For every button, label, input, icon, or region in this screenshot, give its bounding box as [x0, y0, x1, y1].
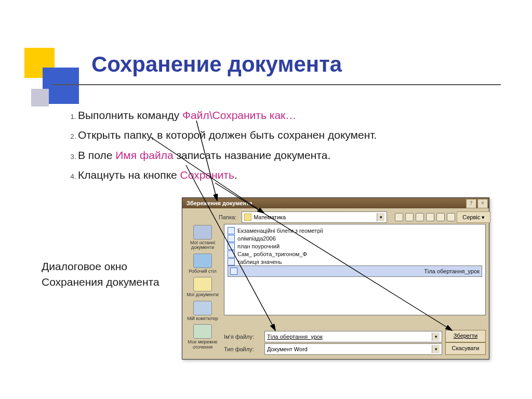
places-recent[interactable]: Мої останні документи [186, 225, 219, 250]
places-mycomputer[interactable]: Мій комп'ютер [186, 301, 219, 321]
network-icon [193, 324, 212, 339]
filename-value: Тіла обертання_урок [267, 334, 323, 340]
step-3: В поле Имя файла записать название докум… [78, 148, 482, 163]
dialog-caption-line2: Сохранения документа [42, 274, 159, 290]
folder-icon [244, 214, 251, 221]
dialog-close-button[interactable]: × [477, 199, 488, 208]
service-menu[interactable]: Сервіс ▾ [457, 211, 490, 223]
recent-icon [193, 225, 212, 240]
list-item[interactable]: таблиця значень [228, 258, 482, 265]
step-1-accent: Файл\Сохранить как… [182, 109, 296, 121]
list-item[interactable]: Екзаменаційні білети з геометрії [228, 227, 482, 234]
save-button[interactable]: Зберегти [445, 330, 486, 342]
word-doc-icon [230, 268, 237, 275]
step-2-pre: Открыть папку, в которой должен быть сох… [78, 129, 377, 141]
word-doc-icon [228, 258, 235, 265]
word-doc-icon [228, 235, 235, 242]
filename-input[interactable]: Тіла обертання_урок▾ [264, 331, 442, 342]
dialog-help-button[interactable]: ? [466, 199, 476, 208]
places-desktop[interactable]: Робочий стіл [186, 254, 219, 274]
save-as-dialog: Збереження документа ? × Папка: Математи… [182, 197, 489, 360]
mydocs-icon [193, 277, 212, 291]
desktop-icon [193, 254, 212, 268]
step-4: Клацнуть на кнопке Сохранить. [78, 168, 482, 182]
step-1-pre: Выполнить команду [78, 109, 182, 121]
new-folder-icon[interactable] [436, 213, 445, 221]
filetype-dropdown[interactable]: Документ Word▾ [264, 343, 442, 355]
word-doc-icon [228, 243, 235, 250]
file-list[interactable]: Екзаменаційні білети з геометрії олімпіа… [224, 224, 486, 315]
step-4-pre: Клацнуть на кнопке [78, 169, 180, 181]
dialog-title-text: Збереження документа [187, 198, 252, 208]
delete-icon[interactable] [426, 213, 434, 221]
dialog-caption: Диалоговое окно Сохранения документа [42, 259, 159, 290]
step-3-accent: Имя файла [115, 149, 173, 161]
computer-icon [193, 301, 212, 315]
filetype-label: Тип файлу: [224, 346, 260, 352]
word-doc-icon [228, 250, 235, 258]
step-3-post: записать название документа. [174, 149, 331, 161]
list-item[interactable]: Тіла обертання_урок [228, 265, 482, 277]
chevron-down-icon: ▾ [432, 345, 440, 353]
word-doc-icon [228, 227, 235, 234]
step-4-accent: Сохранить [180, 169, 234, 181]
folder-label: Папка: [219, 214, 236, 220]
step-2: Открыть папку, в которой должен быть сох… [78, 128, 482, 142]
views-icon[interactable] [447, 213, 455, 221]
list-item[interactable]: план поурочний [228, 242, 482, 250]
step-1: Выполнить команду Файл\Сохранить как… [78, 108, 482, 123]
step-3-pre: В поле [78, 149, 115, 161]
places-mydocs[interactable]: Мої документи [186, 277, 219, 297]
title-underline [52, 84, 501, 85]
places-bar: Мої останні документи Робочий стіл Мої д… [184, 224, 221, 356]
decor-square-grey [31, 89, 49, 107]
up-icon[interactable] [405, 213, 414, 221]
step-4-post: . [234, 169, 237, 181]
list-item[interactable]: олімпіада2006 [228, 234, 482, 242]
places-network[interactable]: Моє мережне оточення [186, 324, 219, 350]
filetype-value: Документ Word [267, 346, 308, 352]
steps-list: Выполнить команду Файл\Сохранить как… От… [46, 108, 482, 182]
dialog-caption-line1: Диалоговое окно [42, 259, 159, 274]
chevron-down-icon: ▾ [377, 213, 384, 221]
back-icon[interactable] [395, 213, 403, 221]
slide-title: Сохранение документа [91, 52, 342, 77]
dialog-toolbar: Сервіс ▾ [394, 211, 490, 223]
cancel-button[interactable]: Скасувати [445, 342, 486, 355]
list-item[interactable]: Сам_ робота_тригоном_Ф [228, 250, 482, 258]
folder-dropdown[interactable]: Математика ▾ [242, 211, 387, 223]
chevron-down-icon: ▾ [432, 332, 440, 341]
filename-label: Ім'я файлу: [224, 334, 260, 340]
search-web-icon[interactable] [416, 213, 424, 221]
dialog-titlebar[interactable]: Збереження документа ? × [182, 198, 489, 208]
folder-value: Математика [254, 214, 286, 220]
